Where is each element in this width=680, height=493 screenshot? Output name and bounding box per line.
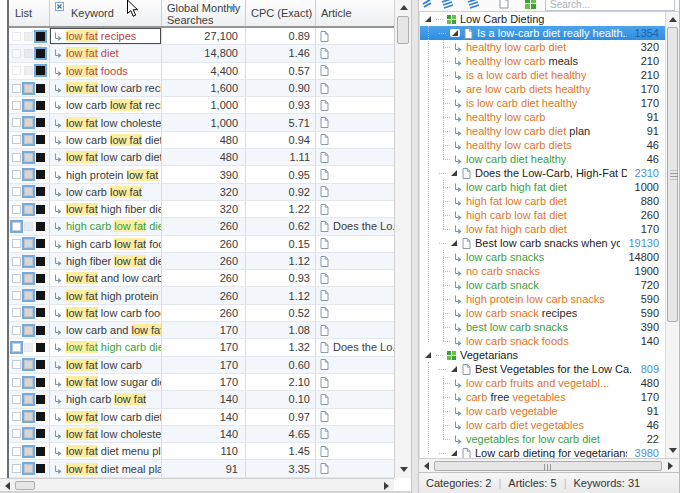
clear-filter-icon[interactable] bbox=[55, 1, 64, 10]
list-state-box[interactable] bbox=[36, 101, 45, 110]
list-state-box[interactable] bbox=[36, 135, 45, 144]
list-state-box[interactable] bbox=[12, 257, 21, 266]
keyword-row[interactable]: low carb snack foods140 bbox=[420, 334, 665, 348]
list-state-box[interactable] bbox=[24, 153, 33, 162]
list-state-box[interactable] bbox=[36, 291, 45, 300]
list-state-box[interactable] bbox=[24, 32, 33, 41]
cpc-cell[interactable]: 0.94 bbox=[246, 132, 316, 148]
list-state-box[interactable] bbox=[12, 118, 21, 127]
list-state-box[interactable] bbox=[12, 84, 21, 93]
list-state-box[interactable] bbox=[24, 378, 33, 387]
keyword-cell[interactable]: low fat low cholester... bbox=[50, 426, 162, 442]
keyword-row[interactable]: healthy low carb diet320 bbox=[420, 40, 665, 54]
cpc-cell[interactable]: 4.65 bbox=[246, 426, 316, 442]
list-state-box[interactable] bbox=[36, 395, 45, 404]
list-state-box[interactable] bbox=[12, 429, 21, 438]
list-state-box[interactable] bbox=[12, 291, 21, 300]
searches-cell[interactable]: 260 bbox=[162, 287, 246, 303]
cpc-cell[interactable]: 0.57 bbox=[246, 63, 316, 79]
scroll-up-button[interactable] bbox=[395, 2, 412, 13]
list-state-box[interactable] bbox=[36, 412, 45, 421]
table-vertical-scrollbar[interactable] bbox=[394, 0, 411, 478]
list-state-box[interactable] bbox=[12, 378, 21, 387]
table-row[interactable]: low fat low cholester...1,0005.71 bbox=[9, 114, 394, 131]
table-row[interactable]: low carb and low fat ...1701.08 bbox=[9, 322, 394, 339]
list-state-box[interactable] bbox=[12, 101, 21, 110]
cpc-cell[interactable]: 0.92 bbox=[246, 184, 316, 200]
searches-cell[interactable]: 110 bbox=[162, 443, 246, 459]
list-state-box[interactable] bbox=[36, 464, 45, 473]
table-horizontal-scrollbar[interactable] bbox=[0, 478, 394, 491]
sort-indicator-icon[interactable] bbox=[228, 6, 236, 11]
keyword-cell[interactable]: low fat low carb bbox=[50, 357, 162, 373]
keyword-row[interactable]: high protein low carb snacks590 bbox=[420, 292, 665, 306]
table-row[interactable]: low fat low cholester...1404.65 bbox=[9, 426, 394, 443]
list-state-box[interactable] bbox=[36, 84, 45, 93]
scroll-right-button[interactable] bbox=[381, 480, 392, 491]
article-cell[interactable] bbox=[316, 253, 394, 269]
list-state-box[interactable] bbox=[36, 153, 45, 162]
keyword-cell[interactable]: low carb low fat bbox=[50, 184, 162, 200]
list-state-box[interactable] bbox=[24, 170, 33, 179]
article-cell[interactable]: Does the Lo... bbox=[316, 339, 394, 355]
article-cell[interactable] bbox=[316, 426, 394, 442]
list-state-box[interactable] bbox=[36, 205, 45, 214]
table-row[interactable]: low fat low carb diet4801.11 bbox=[9, 149, 394, 166]
list-state-box[interactable] bbox=[24, 464, 33, 473]
cpc-cell[interactable]: 0.93 bbox=[246, 270, 316, 286]
keyword-cell[interactable]: low fat diet bbox=[50, 45, 162, 61]
cpc-cell[interactable]: 3.35 bbox=[246, 460, 316, 476]
keyword-cell[interactable]: low fat diet menu plan bbox=[50, 443, 162, 459]
list-state-box[interactable] bbox=[12, 395, 21, 404]
table-row[interactable]: low fat low carb reci...1,6000.90 bbox=[9, 80, 394, 97]
list-state-box[interactable] bbox=[24, 326, 33, 335]
article-cell[interactable] bbox=[316, 270, 394, 286]
table-row[interactable]: low fat diet meal plan913.35 bbox=[9, 460, 394, 477]
list-state-box[interactable] bbox=[12, 32, 21, 41]
cpc-cell[interactable]: 0.97 bbox=[246, 409, 316, 425]
table-row[interactable]: low fat high carb diet1701.32Does the Lo… bbox=[9, 339, 394, 356]
list-state-box[interactable] bbox=[24, 101, 33, 110]
searches-cell[interactable]: 260 bbox=[162, 270, 246, 286]
table-row[interactable]: low fat recipes27,1000.89 bbox=[9, 28, 394, 45]
table-row[interactable]: low fat high fiber diet3201.22 bbox=[9, 201, 394, 218]
keyword-cell[interactable]: low fat low carb diet ... bbox=[50, 409, 162, 425]
searches-cell[interactable]: 480 bbox=[162, 132, 246, 148]
cpc-cell[interactable]: 0.93 bbox=[246, 97, 316, 113]
keyword-row[interactable]: is low carb diet healthy170 bbox=[420, 96, 665, 110]
article-cell[interactable] bbox=[316, 149, 394, 165]
keyword-row[interactable]: healthy low carb91 bbox=[420, 110, 665, 124]
article-cell[interactable] bbox=[316, 28, 394, 44]
list-state-box[interactable] bbox=[12, 326, 21, 335]
searches-cell[interactable]: 480 bbox=[162, 149, 246, 165]
list-state-box[interactable] bbox=[24, 274, 33, 283]
article-cell[interactable] bbox=[316, 184, 394, 200]
searches-cell[interactable]: 260 bbox=[162, 305, 246, 321]
list-state-box[interactable] bbox=[36, 274, 45, 283]
keyword-cell[interactable]: high protein low fat ... bbox=[50, 166, 162, 182]
move-to-article-icon[interactable] bbox=[440, 0, 456, 10]
keyword-list-blue-icon[interactable] bbox=[421, 0, 437, 10]
article-cell[interactable] bbox=[316, 201, 394, 217]
keyword-row[interactable]: best low carb snacks390 bbox=[420, 320, 665, 334]
searches-cell[interactable]: 170 bbox=[162, 322, 246, 338]
column-header-article[interactable]: Article bbox=[316, 0, 394, 26]
list-state-box[interactable] bbox=[24, 291, 33, 300]
list-state-box[interactable] bbox=[24, 205, 33, 214]
expander-icon[interactable] bbox=[424, 15, 432, 23]
category-row[interactable]: Low Carb Dieting bbox=[420, 12, 665, 26]
list-state-box[interactable] bbox=[24, 429, 33, 438]
list-state-box[interactable] bbox=[24, 222, 33, 231]
keyword-row[interactable]: healthy low carb diets46 bbox=[420, 138, 665, 152]
cpc-cell[interactable]: 0.62 bbox=[246, 218, 316, 234]
expander-icon[interactable] bbox=[450, 449, 458, 457]
list-state-box[interactable] bbox=[36, 32, 45, 41]
keyword-row[interactable]: are low carb diets healthy170 bbox=[420, 82, 665, 96]
column-header-list[interactable]: List bbox=[9, 0, 50, 26]
keyword-row[interactable]: no carb snacks1900 bbox=[420, 264, 665, 278]
article-cell[interactable] bbox=[316, 166, 394, 182]
tree-horizontal-scrollbar[interactable] bbox=[419, 458, 679, 472]
list-state-box[interactable] bbox=[36, 170, 45, 179]
table-row[interactable]: high carb low fat1400.10 bbox=[9, 391, 394, 408]
keyword-cell[interactable]: low fat low cholester... bbox=[50, 114, 162, 130]
